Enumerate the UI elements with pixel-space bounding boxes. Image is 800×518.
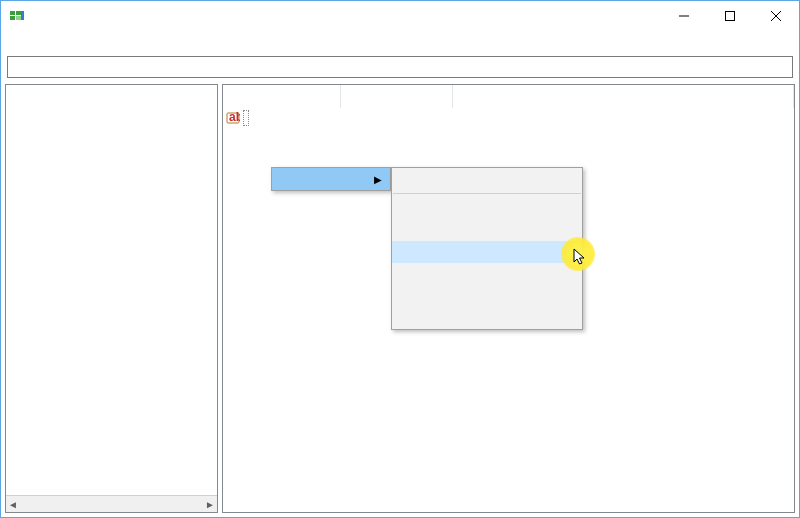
col-type[interactable] xyxy=(341,85,453,108)
svg-rect-6 xyxy=(726,12,735,21)
submenu-arrow-icon: ▶ xyxy=(374,174,382,185)
menu-edit[interactable] xyxy=(21,39,37,45)
submenu-expandstring-value[interactable] xyxy=(392,307,582,329)
string-value-icon: ab xyxy=(223,111,243,125)
menu-view[interactable] xyxy=(37,39,53,45)
menu-help[interactable] xyxy=(69,39,85,45)
submenu-string-value[interactable] xyxy=(392,197,582,219)
menu-favorites[interactable] xyxy=(53,39,69,45)
value-name xyxy=(243,111,341,125)
svg-rect-4 xyxy=(21,11,24,20)
submenu-qword-value[interactable] xyxy=(392,263,582,285)
submenu-binary-value[interactable] xyxy=(392,219,582,241)
submenu-key[interactable] xyxy=(392,168,582,190)
menu-file[interactable] xyxy=(5,39,21,45)
registry-editor-window: ◄ ► ab ▶ xyxy=(0,0,800,518)
registry-tree[interactable] xyxy=(6,85,217,495)
tree-horizontal-scrollbar[interactable]: ◄ ► xyxy=(6,495,217,512)
address-bar[interactable] xyxy=(7,56,793,78)
submenu-multistring-value[interactable] xyxy=(392,285,582,307)
menubar xyxy=(1,31,799,52)
svg-rect-0 xyxy=(10,11,15,15)
svg-rect-2 xyxy=(16,11,21,15)
minimize-button[interactable] xyxy=(661,1,707,31)
scroll-left-icon[interactable]: ◄ xyxy=(8,499,18,510)
value-row[interactable]: ab xyxy=(223,108,794,127)
tree-pane: ◄ ► xyxy=(5,84,218,513)
svg-text:ab: ab xyxy=(229,111,240,124)
titlebar[interactable] xyxy=(1,1,799,31)
menu-separator xyxy=(393,193,581,194)
column-headers xyxy=(223,85,794,108)
svg-rect-3 xyxy=(16,16,21,20)
col-name[interactable] xyxy=(223,85,341,108)
col-data[interactable] xyxy=(453,85,794,108)
context-menu-new[interactable]: ▶ xyxy=(272,168,390,190)
app-icon xyxy=(9,8,25,24)
context-menu: ▶ xyxy=(271,167,391,191)
svg-rect-1 xyxy=(10,16,15,20)
submenu-dword-value[interactable] xyxy=(392,241,582,263)
close-button[interactable] xyxy=(753,1,799,31)
scroll-right-icon[interactable]: ► xyxy=(205,499,215,510)
maximize-button[interactable] xyxy=(707,1,753,31)
context-submenu-new xyxy=(391,167,583,330)
values-pane: ab ▶ xyxy=(222,84,795,513)
